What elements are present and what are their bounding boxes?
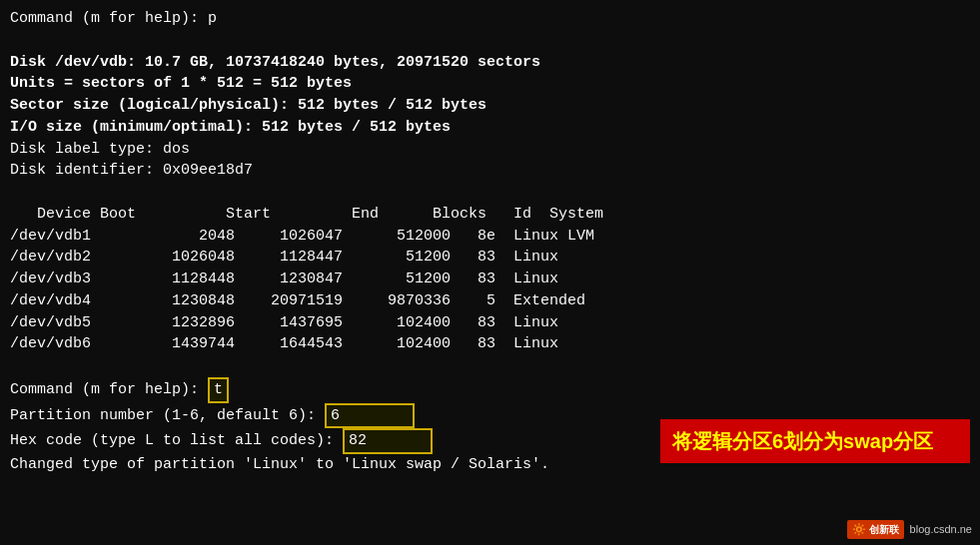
annotation-text: 将逻辑分区6划分为swap分区 [672, 430, 933, 452]
vdb6-row: /dev/vdb6 1439744 1644543 102400 83 Linu… [10, 333, 970, 355]
terminal: Command (m for help): p Disk /dev/vdb: 1… [0, 0, 980, 545]
cmd2-line: Command (m for help): t [10, 377, 970, 403]
vdb4-row: /dev/vdb4 1230848 20971519 9870336 5 Ext… [10, 290, 970, 312]
spacer-2 [10, 182, 970, 204]
vdb1-row: /dev/vdb1 2048 1026047 512000 8e Linux L… [10, 226, 970, 248]
partition-prefix: Partition number (1-6, default 6): [10, 405, 325, 427]
cmd-line-1: Command (m for help): p [10, 8, 970, 30]
logo-text: 创新联 [869, 524, 899, 535]
watermark: 🔆 创新联 blog.csdn.ne [847, 520, 972, 539]
spacer-3 [10, 355, 970, 377]
disk-info: Disk /dev/vdb: 10.7 GB, 10737418240 byte… [10, 52, 970, 74]
vdb5-row: /dev/vdb5 1232896 1437695 102400 83 Linu… [10, 312, 970, 334]
label-type-line: Disk label type: dos [10, 139, 970, 161]
watermark-logo: 🔆 创新联 [847, 520, 904, 539]
vdb2-row: /dev/vdb2 1026048 1128447 51200 83 Linux [10, 247, 970, 269]
units-line: Units = sectors of 1 * 512 = 512 bytes [10, 73, 970, 95]
cmd2-prefix: Command (m for help): [10, 379, 208, 401]
spacer-1 [10, 30, 970, 52]
sector-size-line: Sector size (logical/physical): 512 byte… [10, 95, 970, 117]
table-header: Device Boot Start End Blocks Id System [10, 204, 970, 226]
hex-value-box: 82 [343, 428, 433, 454]
annotation-bubble: 将逻辑分区6划分为swap分区 [660, 419, 970, 463]
logo-icon: 🔆 [852, 523, 866, 535]
hex-prefix: Hex code (type L to list all codes): [10, 430, 343, 452]
vdb3-row: /dev/vdb3 1128448 1230847 51200 83 Linux [10, 269, 970, 290]
io-size-line: I/O size (minimum/optimal): 512 bytes / … [10, 117, 970, 139]
cmd2-value-box: t [208, 377, 229, 403]
watermark-url: blog.csdn.ne [910, 523, 972, 535]
partition-value-box: 6 [325, 403, 415, 429]
identifier-line: Disk identifier: 0x09ee18d7 [10, 160, 970, 182]
